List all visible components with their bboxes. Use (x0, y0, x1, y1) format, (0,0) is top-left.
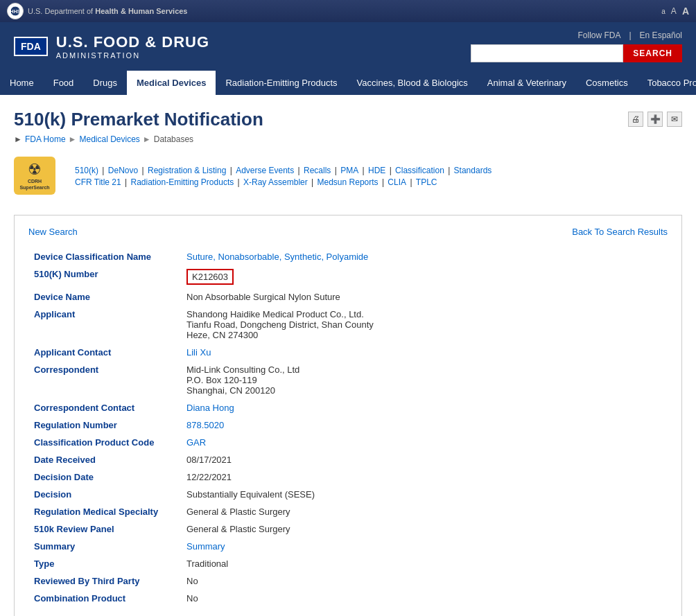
classification-code-link[interactable]: GAR (186, 437, 206, 448)
breadcrumb-home[interactable]: FDA Home (25, 134, 66, 144)
regulation-number-link[interactable]: 878.5020 (186, 420, 224, 430)
header-search[interactable]: SEARCH (471, 44, 682, 62)
correspondent-contact-link[interactable]: Diana Hong (186, 403, 234, 413)
link-denovo[interactable]: DeNovo (108, 166, 138, 175)
link-cfr[interactable]: CFR Title 21 (75, 177, 121, 187)
box-navigation[interactable]: New Search Back To Search Results (28, 227, 668, 237)
value-decision: Substantially Equivalent (SESE) (181, 486, 668, 503)
value-summary: Summary (181, 538, 668, 555)
correspondent-line2: P.O. Box 120-119 (186, 375, 662, 385)
breadcrumb-arrow: ► (14, 134, 22, 144)
table-row-k-number: 510(K) Number K212603 (28, 265, 668, 288)
link-classification[interactable]: Classification (395, 166, 444, 175)
back-to-results-link[interactable]: Back To Search Results (572, 227, 668, 237)
correspondent-line3: Shanghai, CN 200120 (186, 385, 662, 396)
font-med[interactable]: A (671, 6, 677, 16)
nav-cosmetics[interactable]: Cosmetics (576, 71, 638, 95)
breadcrumb: ► FDA Home ► Medical Devices ► Databases (14, 134, 682, 144)
link-adverse-events[interactable]: Adverse Events (236, 166, 294, 175)
table-row: Summary Summary (28, 538, 668, 555)
table-row: Applicant Shandong Haidike Medical Produ… (28, 306, 668, 344)
table-row: Device Classification Name Suture, Nonab… (28, 248, 668, 265)
font-large[interactable]: A (682, 6, 689, 17)
table-row: Classification Product Code GAR (28, 434, 668, 451)
label-decision: Decision (28, 486, 181, 503)
svg-text:HHS: HHS (10, 9, 21, 14)
value-combination: No (181, 590, 668, 607)
agency-name: U.S. Department of Health & Human Servic… (28, 7, 188, 15)
table-row: Date Received 08/17/2021 (28, 451, 668, 468)
cdrh-links[interactable]: 510(k) | DeNovo | Registration & Listing… (73, 166, 493, 189)
font-small[interactable]: a (661, 8, 665, 15)
header-links[interactable]: Follow FDA | En Español (577, 30, 682, 40)
cdrh-links-row1[interactable]: 510(k) | DeNovo | Registration & Listing… (73, 166, 493, 175)
value-k-number: K212603 (181, 265, 668, 288)
main-data-box: New Search Back To Search Results Device… (14, 215, 682, 616)
link-clia[interactable]: CLIA (388, 177, 406, 187)
en-espanol-link[interactable]: En Español (640, 30, 682, 40)
table-row: Correspondent Mid-Link Consulting Co., L… (28, 361, 668, 399)
email-icon[interactable]: ✉ (667, 112, 682, 127)
label-applicant: Applicant (28, 306, 181, 344)
new-search-link[interactable]: New Search (28, 227, 78, 237)
fda-badge: FDA (14, 37, 48, 56)
link-xray[interactable]: X-Ray Assembler (243, 177, 308, 187)
table-row: Type Traditional (28, 555, 668, 572)
breadcrumb-section[interactable]: Medical Devices (79, 134, 139, 144)
link-510k[interactable]: 510(k) (75, 166, 98, 175)
table-row: Correspondent Contact Diana Hong (28, 399, 668, 416)
nav-food[interactable]: Food (44, 71, 84, 95)
table-row: 510k Review Panel General & Plastic Surg… (28, 520, 668, 538)
link-hde[interactable]: HDE (368, 166, 385, 175)
value-classification-code: GAR (181, 434, 668, 451)
nav-vaccines[interactable]: Vaccines, Blood & Biologics (347, 71, 478, 95)
table-row: Decision Substantially Equivalent (SESE) (28, 486, 668, 503)
header-right: Follow FDA | En Español SEARCH (471, 30, 682, 62)
page-icons[interactable]: 🖨 ➕ ✉ (628, 112, 682, 127)
search-button[interactable]: SEARCH (623, 44, 682, 62)
plus-icon[interactable]: ➕ (647, 112, 663, 127)
link-reg-listing[interactable]: Registration & Listing (148, 166, 226, 175)
nav-home[interactable]: Home (0, 71, 44, 95)
link-medsun[interactable]: Medsun Reports (317, 177, 379, 187)
nav-tobacco[interactable]: Tobacco Products (638, 71, 696, 95)
print-icon[interactable]: 🖨 (628, 112, 643, 127)
follow-fda-link[interactable]: Follow FDA (577, 30, 620, 40)
label-summary: Summary (28, 538, 181, 555)
font-size-controls[interactable]: a A A (661, 6, 689, 17)
logo-text: U.S. FOOD & DRUG ADMINISTRATION (56, 33, 209, 60)
breadcrumb-current: Databases (154, 134, 193, 144)
label-correspondent-contact: Correspondent Contact (28, 399, 181, 416)
label-reg-medical-specialty: Regulation Medical Specialty (28, 503, 181, 520)
value-applicant: Shandong Haidike Medical Product Co., Lt… (181, 306, 668, 344)
value-correspondent-contact: Diana Hong (181, 399, 668, 416)
page-content: 🖨 ➕ ✉ 510(k) Premarket Notification ► FD… (0, 95, 696, 616)
link-pma[interactable]: PMA (340, 166, 358, 175)
cdrh-links-row2[interactable]: CFR Title 21 | Radiation-Emitting Produc… (73, 177, 493, 187)
label-decision-date: Decision Date (28, 468, 181, 486)
nav-drugs[interactable]: Drugs (83, 71, 127, 95)
value-applicant-contact: Lili Xu (181, 344, 668, 361)
link-radiation-products[interactable]: Radiation-Emitting Products (130, 177, 234, 187)
link-standards[interactable]: Standards (454, 166, 492, 175)
nav-radiation[interactable]: Radiation-Emitting Products (216, 71, 347, 95)
page-title: 510(k) Premarket Notification (14, 109, 682, 130)
value-third-party: No (181, 572, 668, 590)
applicant-contact-link[interactable]: Lili Xu (186, 347, 211, 358)
search-input[interactable] (471, 44, 623, 62)
link-tplc[interactable]: TPLC (416, 177, 437, 187)
link-recalls[interactable]: Recalls (304, 166, 331, 175)
top-bar: HHS U.S. Department of Health & Human Se… (0, 0, 696, 22)
site-header: FDA U.S. FOOD & DRUG ADMINISTRATION Foll… (0, 22, 696, 71)
table-row: Device Name Non Absorbable Surgical Nylo… (28, 288, 668, 306)
nav-animal[interactable]: Animal & Veterinary (478, 71, 576, 95)
table-row: Applicant Contact Lili Xu (28, 344, 668, 361)
summary-link[interactable]: Summary (186, 541, 225, 552)
nav-medical-devices[interactable]: Medical Devices (127, 71, 216, 95)
logo-sub: ADMINISTRATION (56, 51, 209, 60)
value-device-name: Non Absorbable Surgical Nylon Suture (181, 288, 668, 306)
classification-name-link[interactable]: Suture, Nonabsorbable, Synthetic, Polyam… (186, 252, 368, 262)
main-nav[interactable]: Home Food Drugs Medical Devices Radiatio… (0, 71, 696, 95)
table-row: Regulation Number 878.5020 (28, 416, 668, 434)
table-row: Reviewed By Third Party No (28, 572, 668, 590)
